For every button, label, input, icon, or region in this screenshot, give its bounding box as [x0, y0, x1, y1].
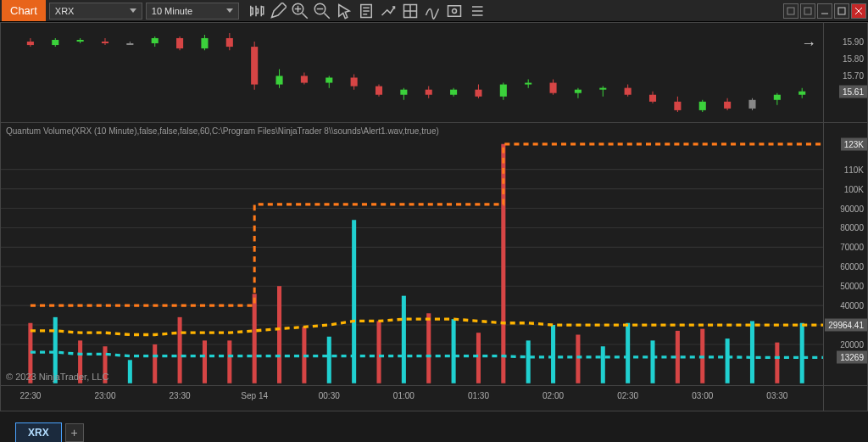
svg-rect-46: [475, 90, 481, 97]
svg-rect-16: [102, 42, 108, 43]
svg-rect-70: [774, 95, 781, 100]
time-x-axis[interactable]: 22:3023:0023:30Sep 1400:3001:0001:3002:0…: [1, 385, 823, 411]
svg-rect-22: [176, 38, 183, 48]
svg-rect-10: [27, 42, 34, 45]
toolbar: Chart XRX 10 Minute: [0, 0, 868, 22]
price-y-axis[interactable]: 15.9015.8015.7015.6115.61: [823, 23, 867, 122]
candles-icon[interactable]: [248, 3, 264, 20]
svg-rect-58: [625, 88, 632, 95]
svg-rect-40: [400, 90, 407, 95]
svg-rect-44: [450, 90, 457, 95]
time-tick: 00:30: [319, 391, 340, 400]
price-tick: 15.70: [843, 71, 864, 81]
svg-rect-24: [201, 38, 208, 48]
svg-rect-38: [376, 87, 382, 95]
svg-rect-18: [126, 43, 133, 45]
svg-rect-56: [599, 88, 606, 90]
svg-rect-30: [276, 76, 283, 84]
time-tick: 23:30: [170, 391, 191, 400]
svg-rect-52: [550, 83, 557, 93]
volume-tick: 70000: [840, 243, 864, 252]
svg-rect-20: [152, 38, 159, 43]
tab-bar: XRX +: [0, 411, 868, 442]
cursor-icon[interactable]: [336, 3, 353, 20]
volume-y-axis[interactable]: 110K100K90000800007000060000500004000030…: [823, 123, 867, 385]
volume-badge-mid: 29964.41: [825, 319, 867, 332]
svg-point-5: [452, 8, 456, 13]
symbol-select[interactable]: XRX: [49, 3, 142, 20]
volume-tick: 110K: [844, 165, 864, 174]
svg-rect-34: [326, 77, 332, 82]
indicator-icon[interactable]: [424, 3, 441, 20]
timeframe-value: 10 Minute: [152, 6, 192, 16]
window-buttons: [783, 3, 866, 19]
add-tab-button[interactable]: +: [65, 423, 84, 442]
maximize-button[interactable]: [834, 3, 849, 19]
window-box2-button[interactable]: [800, 3, 815, 19]
price-current-badge: 15.61: [839, 85, 867, 98]
time-tick: 03:30: [766, 391, 787, 400]
svg-rect-66: [724, 102, 731, 109]
time-tick: 02:30: [617, 391, 638, 400]
volume-tick: 20000: [840, 339, 864, 349]
minimize-button[interactable]: [817, 3, 832, 19]
window-box1-button[interactable]: [783, 3, 798, 19]
zoom-out-icon[interactable]: [314, 3, 331, 20]
volume-tick: 90000: [840, 204, 864, 213]
chart-tools: [248, 3, 485, 20]
chart-title: Chart: [2, 0, 46, 21]
volume-tick: 40000: [840, 301, 864, 311]
svg-rect-72: [798, 92, 805, 95]
copyright-text: © 2023 NinjaTrader, LLC: [6, 372, 108, 382]
chart-area: → 15.9015.8015.7015.6115.61 Quantum Volu…: [0, 22, 868, 411]
trade-icon[interactable]: [380, 3, 397, 20]
svg-rect-68: [748, 100, 755, 109]
axis-corner: [823, 385, 867, 411]
volume-tick: 50000: [840, 282, 864, 291]
panel-icon[interactable]: [402, 3, 419, 20]
svg-rect-4: [448, 5, 460, 16]
svg-rect-48: [500, 85, 507, 97]
svg-rect-12: [52, 40, 58, 45]
price-plot: [1, 23, 823, 122]
chevron-down-icon: [226, 8, 233, 13]
volume-pane[interactable]: Quantum Volume(XRX (10 Minute),false,fal…: [1, 123, 867, 385]
symbol-value: XRX: [55, 6, 75, 16]
price-tick: 15.80: [843, 54, 864, 64]
volume-tick: 80000: [840, 223, 864, 232]
volume-badge-low: 13269: [837, 351, 867, 364]
svg-rect-32: [301, 76, 308, 82]
svg-rect-8: [838, 8, 845, 14]
svg-rect-64: [699, 102, 706, 110]
svg-rect-36: [351, 77, 358, 86]
price-pane[interactable]: → 15.9015.8015.7015.6115.61: [1, 23, 867, 123]
svg-rect-42: [426, 90, 432, 95]
svg-rect-14: [77, 40, 84, 42]
pencil-icon[interactable]: [270, 3, 287, 20]
svg-rect-50: [525, 83, 531, 85]
volume-tick: 60000: [840, 262, 864, 271]
svg-rect-6: [787, 8, 794, 14]
tab-symbol[interactable]: XRX: [15, 422, 62, 442]
settings-icon[interactable]: [446, 3, 463, 20]
volume-plot: [1, 123, 823, 385]
svg-rect-54: [575, 90, 581, 93]
chevron-down-icon: [130, 8, 136, 13]
volume-badge-top: 123K: [841, 137, 867, 150]
close-button[interactable]: [851, 3, 866, 19]
time-tick: 03:00: [692, 391, 713, 400]
time-tick: 01:30: [468, 391, 489, 400]
time-tick: Sep 14: [241, 391, 268, 400]
timeframe-select[interactable]: 10 Minute: [146, 3, 239, 20]
volume-tick: 100K: [844, 184, 864, 193]
time-tick: 22:30: [19, 391, 41, 400]
document-icon[interactable]: [358, 3, 375, 20]
indicator-title: Quantum Volume(XRX (10 Minute),false,fal…: [6, 126, 439, 136]
zoom-in-icon[interactable]: [292, 3, 309, 20]
svg-rect-26: [226, 38, 233, 47]
time-tick: 23:00: [94, 391, 115, 400]
list-icon[interactable]: [468, 3, 485, 20]
price-tick: 15.90: [843, 37, 864, 47]
time-tick: 01:00: [393, 391, 415, 400]
svg-rect-7: [804, 8, 811, 14]
